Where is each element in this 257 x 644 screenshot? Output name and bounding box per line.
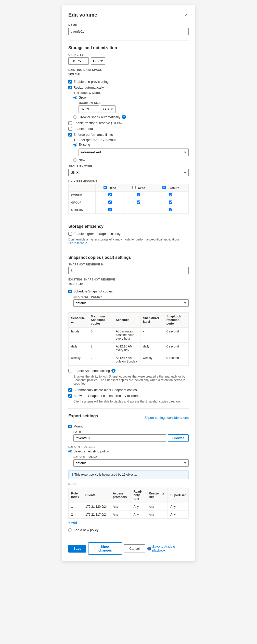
unix-read-checkbox[interactable] xyxy=(108,208,112,211)
unix-col-read: Read xyxy=(96,184,124,192)
qos-policy-select[interactable]: extreme-fixed extreme-multi-workload ext… xyxy=(79,149,189,156)
enable-quota-row: Enable quota xyxy=(68,127,189,131)
rule-clients: 172.21.117.0/24 xyxy=(83,511,110,519)
rule-col-clients: Clients xyxy=(83,488,110,503)
unix-execute-cell[interactable] xyxy=(153,199,188,206)
execute-header-checkbox[interactable] xyxy=(162,186,166,189)
add-new-policy-label: Add a new policy xyxy=(73,528,98,532)
grow-radio[interactable] xyxy=(73,96,77,99)
existing-qos-radio[interactable] xyxy=(73,143,77,146)
unix-write-cell[interactable] xyxy=(124,192,153,199)
new-qos-radio[interactable] xyxy=(73,158,77,162)
maximum-size-input[interactable] xyxy=(79,105,99,113)
show-directory-info: Client systems will be able to display a… xyxy=(73,400,189,403)
unix-row-name: GROUP xyxy=(69,199,96,206)
unix-execute-checkbox[interactable] xyxy=(169,193,172,196)
qos-policy-select-section: extreme-fixed extreme-multi-workload ext… xyxy=(79,149,189,156)
select-existing-policy-radio[interactable] xyxy=(68,450,72,453)
footer-actions: Save Show changes Cancel 🔵 Save to Ansib… xyxy=(68,537,189,555)
show-changes-button[interactable]: Show changes xyxy=(88,542,122,555)
export-settings-considerations-link[interactable]: Export settings considerations xyxy=(145,416,189,420)
schedule-snapshot-checkbox[interactable] xyxy=(68,290,72,293)
rule-col-readonly: Read-only rule xyxy=(131,488,146,503)
export-policy-select[interactable]: default none xyxy=(73,459,189,467)
snapshot-reserve-group: SNAPSHOT RESERVE % xyxy=(68,263,189,274)
browse-button[interactable]: Browse xyxy=(168,434,189,442)
enable-quota-checkbox[interactable] xyxy=(68,127,72,131)
unix-write-checkbox[interactable] xyxy=(137,208,140,211)
qos-policy-section: ASSIGN QOS POLICY GROUP Existing extreme… xyxy=(73,139,189,162)
higher-storage-checkbox[interactable] xyxy=(68,232,72,236)
unix-read-cell[interactable] xyxy=(96,199,124,206)
auto-delete-checkbox[interactable] xyxy=(68,388,72,392)
unix-permissions-row: OWNER xyxy=(69,192,189,199)
maximum-size-unit-select[interactable]: GiB TiB MiB xyxy=(101,105,115,113)
write-header-checkbox[interactable] xyxy=(132,186,136,189)
thin-provisioning-row: Enable thin provisioning xyxy=(68,80,189,84)
unix-execute-cell[interactable] xyxy=(153,206,188,214)
rule-protocols: Any xyxy=(110,503,131,511)
snapshot-policy-select[interactable]: default none custom xyxy=(73,299,189,307)
mount-row: Mount xyxy=(68,424,189,428)
save-button[interactable]: Save xyxy=(68,545,86,553)
show-directory-checkbox[interactable] xyxy=(68,394,72,398)
edit-volume-modal: Edit volume × NAME Storage and optimizat… xyxy=(62,5,195,561)
unix-write-cell[interactable] xyxy=(124,199,153,206)
fractional-reserve-checkbox[interactable] xyxy=(68,121,72,125)
enforce-performance-label: Enforce performance limits xyxy=(73,133,113,137)
path-input[interactable] xyxy=(73,434,166,442)
capacity-unit-select[interactable]: GiB TiB MiB xyxy=(91,57,105,65)
name-input[interactable] xyxy=(68,28,189,35)
show-directory-label: Show the Snapshot copies directory to cl… xyxy=(73,394,141,398)
grow-shrink-radio[interactable] xyxy=(73,115,77,119)
snapshot-reserve-input[interactable] xyxy=(68,267,189,274)
unix-read-checkbox[interactable] xyxy=(108,193,112,196)
snapshot-locking-checkbox[interactable] xyxy=(68,369,72,372)
ansible-link[interactable]: 🔵 Save to Ansible playbook xyxy=(147,545,189,552)
autogrow-mode-label: AUTOGROW MODE xyxy=(73,91,189,95)
info-icon: ℹ xyxy=(72,473,73,477)
resize-automatically-checkbox[interactable] xyxy=(68,86,72,89)
rule-superuser: Any xyxy=(168,511,189,519)
add-new-policy-row: Add a new policy xyxy=(68,528,189,532)
snapshot-schedule-desc: At 5 minutes past the hour, every hour xyxy=(113,328,140,343)
higher-storage-label: Enable higher storage efficiency xyxy=(73,232,121,236)
rules-group: RULES Rule index Clients Access protocol… xyxy=(68,482,189,525)
rule-col-superuser: SuperUser xyxy=(168,488,189,503)
snapshot-locking-label: Enable Snapshot locking xyxy=(73,369,110,373)
unix-write-checkbox[interactable] xyxy=(137,200,140,204)
enforce-performance-checkbox[interactable] xyxy=(68,133,72,137)
cancel-button[interactable]: Cancel xyxy=(124,544,145,553)
capacity-group: CAPACITY GiB TiB MiB xyxy=(68,53,189,65)
snapshot-schedule: hourly xyxy=(69,328,88,343)
learn-more-link[interactable]: Learn more xyxy=(68,241,84,245)
maximum-size-section: MAXIMUM SIZE GiB TiB MiB xyxy=(79,101,189,113)
storage-efficiency-section: Storage efficiency Enable higher storage… xyxy=(68,224,189,245)
resize-auto-row: Resize automatically xyxy=(68,86,189,89)
snapshot-locking-tooltip-icon[interactable]: i xyxy=(111,369,115,373)
close-button[interactable]: × xyxy=(184,11,189,19)
unix-permissions-row: OTHERS xyxy=(69,206,189,214)
security-type-group: SECURITY TYPE UNIX NTFS Mixed xyxy=(68,165,189,176)
capacity-input[interactable] xyxy=(68,57,89,65)
add-rule-link[interactable]: + Add xyxy=(68,521,77,525)
unix-read-cell[interactable] xyxy=(96,192,124,199)
snapshot-snaplock: 0 second xyxy=(164,343,188,354)
unix-execute-checkbox[interactable] xyxy=(169,200,172,204)
unix-write-checkbox[interactable] xyxy=(137,193,140,196)
unix-read-cell[interactable] xyxy=(96,206,124,214)
unix-execute-cell[interactable] xyxy=(153,192,188,199)
export-settings-title: Export settings xyxy=(68,414,98,418)
unix-read-checkbox[interactable] xyxy=(108,200,112,204)
add-new-policy-radio[interactable] xyxy=(68,528,72,532)
thin-provisioning-checkbox[interactable] xyxy=(68,80,72,84)
unix-write-cell[interactable] xyxy=(124,206,153,214)
security-type-select[interactable]: UNIX NTFS Mixed xyxy=(68,169,189,176)
grow-shrink-tooltip-icon[interactable]: ? xyxy=(122,115,126,119)
mount-checkbox[interactable] xyxy=(68,425,72,428)
ansible-icon: 🔵 xyxy=(147,547,151,551)
unix-execute-checkbox[interactable] xyxy=(169,208,172,211)
export-policy-label: EXPORT POLICY xyxy=(73,455,189,458)
rule-index: 2 xyxy=(69,511,83,519)
read-header-checkbox[interactable] xyxy=(104,186,107,189)
